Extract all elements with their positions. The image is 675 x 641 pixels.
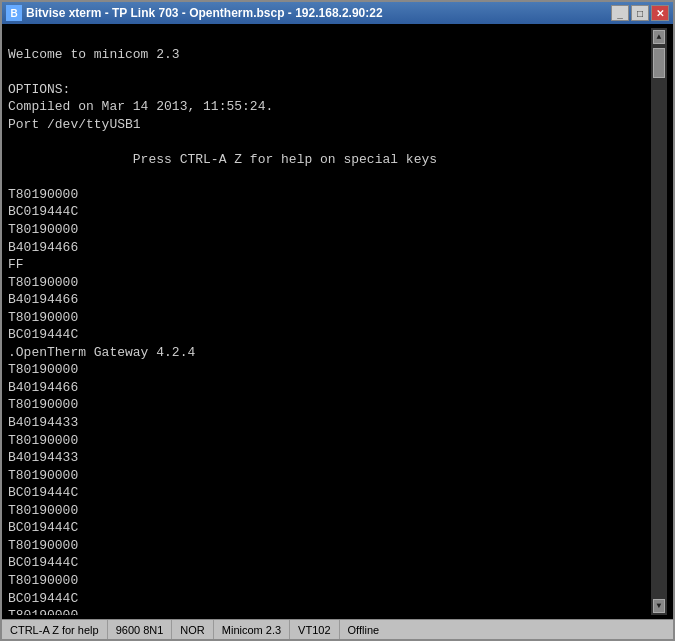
status-app: Minicom 2.3: [214, 620, 290, 639]
status-help: CTRL-A Z for help: [2, 620, 108, 639]
status-term: VT102: [290, 620, 339, 639]
scroll-up-arrow[interactable]: ▲: [653, 30, 665, 44]
status-bar: CTRL-A Z for help 9600 8N1 NOR Minicom 2…: [2, 619, 673, 639]
maximize-button[interactable]: □: [631, 5, 649, 21]
status-online: Offline: [340, 620, 388, 639]
title-bar-left: B Bitvise xterm - TP Link 703 - Openther…: [6, 5, 383, 21]
status-nor: NOR: [172, 620, 213, 639]
main-window: B Bitvise xterm - TP Link 703 - Openther…: [0, 0, 675, 641]
scrollbar[interactable]: ▲ ▼: [651, 28, 667, 615]
scroll-down-arrow[interactable]: ▼: [653, 599, 665, 613]
title-bar-buttons: _ □ ✕: [611, 5, 669, 21]
title-bar: B Bitvise xterm - TP Link 703 - Openther…: [2, 2, 673, 24]
scroll-thumb[interactable]: [653, 48, 665, 78]
terminal-wrapper: Welcome to minicom 2.3 OPTIONS: Compiled…: [2, 24, 673, 619]
close-button[interactable]: ✕: [651, 5, 669, 21]
terminal-body[interactable]: Welcome to minicom 2.3 OPTIONS: Compiled…: [2, 24, 673, 619]
window-title: Bitvise xterm - TP Link 703 - Opentherm.…: [26, 6, 383, 20]
status-baud: 9600 8N1: [108, 620, 173, 639]
app-icon: B: [6, 5, 22, 21]
terminal-content: Welcome to minicom 2.3 OPTIONS: Compiled…: [8, 28, 651, 615]
minimize-button[interactable]: _: [611, 5, 629, 21]
